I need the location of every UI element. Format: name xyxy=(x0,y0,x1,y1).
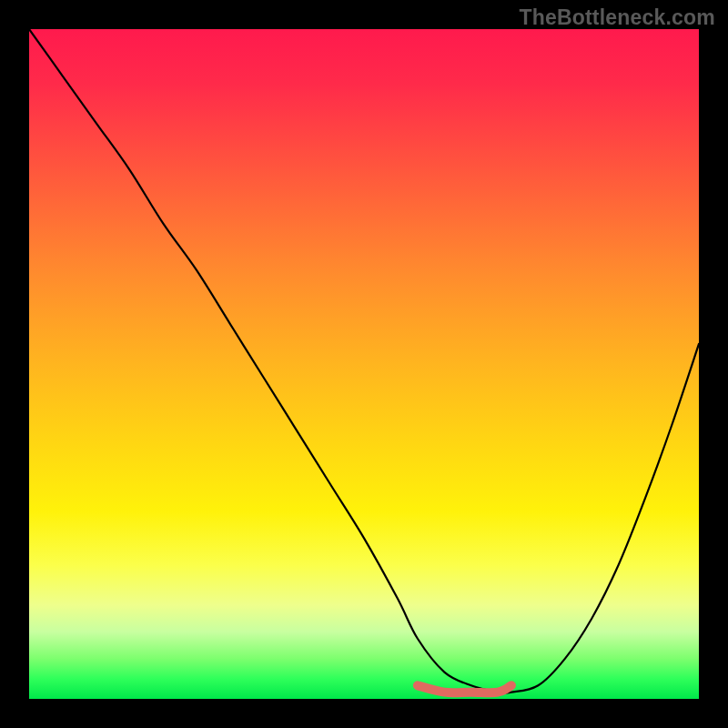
plot-area xyxy=(29,29,699,699)
bottom-highlight xyxy=(418,685,511,693)
watermark-text: TheBottleneck.com xyxy=(519,5,715,30)
bottleneck-curve xyxy=(29,29,699,693)
chart-frame: TheBottleneck.com xyxy=(0,0,728,728)
curve-layer xyxy=(29,29,699,699)
